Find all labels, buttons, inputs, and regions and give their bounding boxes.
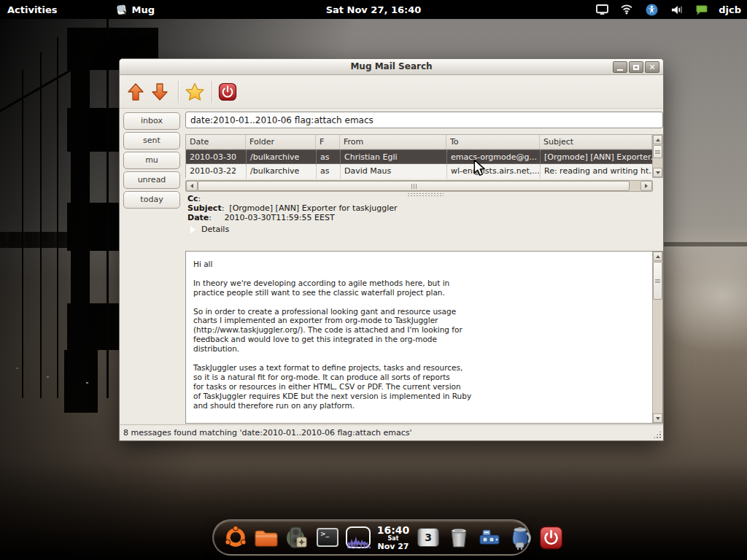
star-icon	[186, 84, 204, 101]
cell-to: emacs-orgmode@g...	[446, 150, 540, 163]
cell-subject: [Orgmode] [ANN] Exporter..	[540, 150, 652, 163]
cell-from: Christian Egli	[340, 150, 446, 163]
scroll-up-button[interactable]	[653, 135, 662, 144]
top-panel: Activities Mug Sat Nov 27, 16:40	[0, 0, 747, 19]
scroll-up-button[interactable]	[653, 252, 662, 261]
mouse-cursor	[473, 159, 486, 176]
table-row[interactable]: 2010-03-22 /bulkarchive as David Maus wl…	[186, 164, 652, 179]
column-header-to[interactable]: To	[446, 135, 540, 149]
date-label: Date	[187, 213, 209, 222]
titlebar[interactable]: Mug Mail Search ✕	[120, 59, 663, 75]
sidebar-item-sent[interactable]: sent	[123, 132, 180, 149]
calendar-day: 3	[425, 532, 432, 543]
accessibility-icon[interactable]	[644, 3, 659, 16]
kettle-icon[interactable]	[507, 523, 533, 552]
power-icon[interactable]	[538, 523, 564, 552]
scroll-right-button[interactable]	[640, 181, 652, 191]
search-input[interactable]	[185, 112, 663, 128]
scrollbar-thumb[interactable]	[653, 262, 662, 300]
subject-label: Subject	[187, 203, 222, 213]
dock-clock-time: 16:40	[376, 525, 411, 535]
sidebar-item-inbox[interactable]: inbox	[123, 112, 180, 130]
table-horizontal-scrollbar[interactable]	[185, 180, 653, 192]
dock-clock[interactable]: 16:40 Sat Nov 27	[376, 525, 411, 551]
message-body: Hi all In theory we're developing accord…	[193, 260, 631, 411]
scroll-down-button[interactable]	[653, 413, 662, 423]
activities-button[interactable]: Activities	[7, 4, 58, 15]
sidebar-item-today[interactable]: today	[123, 191, 180, 209]
table-row[interactable]: 2010-03-30 /bulkarchive as Christian Egl…	[186, 149, 652, 164]
subject-line: Subject: [Orgmode] [ANN] Exporter for ta…	[187, 203, 654, 213]
cell-folder: /bulkarchive	[246, 164, 316, 179]
app-menu[interactable]: Mug	[115, 3, 155, 16]
cell-to: wl-en@lists.airs.net,...	[446, 164, 540, 179]
volume-icon[interactable]	[669, 3, 684, 16]
close-button[interactable]: ✕	[645, 61, 659, 73]
table-vertical-scrollbar[interactable]	[652, 135, 662, 177]
cell-date: 2010-03-22	[186, 164, 246, 179]
dock-clock-day: Sat	[376, 536, 411, 542]
terminal-icon[interactable]: >_	[314, 523, 341, 552]
ubuntu-icon[interactable]	[222, 523, 249, 552]
scrollbar-thumb[interactable]	[198, 181, 630, 191]
mug-mail-search-window: Mug Mail Search ✕	[119, 58, 664, 441]
column-header-date[interactable]: Date	[186, 135, 246, 149]
star-button[interactable]	[185, 82, 205, 102]
desktop: Activities Mug Sat Nov 27, 16:40	[0, 0, 747, 560]
display-icon[interactable]	[595, 3, 609, 16]
folder-icon[interactable]	[253, 523, 279, 552]
clock-menu[interactable]: Sat Nov 27, 16:40	[326, 4, 422, 15]
toolbar-separator	[212, 81, 212, 103]
scrollbar-thumb[interactable]	[653, 145, 662, 158]
cell-flags: as	[316, 150, 340, 163]
column-header-subject[interactable]: Subject	[540, 135, 652, 149]
terminal-prompt: >_	[317, 528, 338, 547]
cc-label: Cc	[187, 194, 198, 203]
message-list: Date Folder F From To Subject 2010-03-30…	[185, 134, 663, 178]
cell-date: 2010-03-30	[186, 150, 246, 163]
message-vertical-scrollbar[interactable]	[652, 252, 662, 423]
statusbar: 8 messages found matching 'date:2010-01.…	[120, 424, 663, 440]
trash-icon[interactable]	[446, 523, 472, 552]
message-view[interactable]: Hi all In theory we're developing accord…	[185, 251, 663, 424]
cc-line: Cc:	[187, 194, 654, 203]
sidebar-item-mu[interactable]: mu	[123, 152, 180, 169]
sidebar-item-unread[interactable]: unread	[123, 171, 180, 189]
date-value: 2010-03-30T11:59:55 EEST	[224, 213, 334, 222]
mug-app-icon	[115, 3, 129, 16]
cpu-label: CPU 11%	[345, 544, 373, 550]
wifi-icon[interactable]	[619, 3, 634, 16]
details-label: Details	[201, 225, 229, 234]
scroll-left-button[interactable]	[186, 181, 198, 191]
details-expander[interactable]: Details	[190, 225, 654, 234]
minimize-icon	[617, 69, 623, 71]
column-header-folder[interactable]: Folder	[246, 135, 316, 149]
chat-icon[interactable]	[694, 3, 708, 16]
cell-flags: as	[316, 164, 340, 179]
maximize-button[interactable]	[629, 61, 643, 73]
cpu-monitor-icon[interactable]: CPU 11%	[345, 523, 371, 552]
minimize-button[interactable]	[613, 61, 627, 73]
message-headers: Cc: Subject: [Orgmode] [ANN] Exporter fo…	[187, 194, 654, 234]
scroll-down-button[interactable]	[653, 168, 662, 177]
dock-clock-date: Nov 27	[376, 542, 411, 551]
expander-triangle-icon	[190, 226, 196, 233]
message-list-header[interactable]: Date Folder F From To Subject	[186, 135, 652, 149]
date-line: Date: 2010-03-30T11:59:55 EEST	[187, 213, 654, 222]
next-button[interactable]	[150, 82, 170, 102]
workspace-device-icon[interactable]	[476, 523, 503, 552]
cell-folder: /bulkarchive	[246, 150, 316, 163]
maximize-icon	[633, 65, 639, 70]
calendar-icon[interactable]: 3	[415, 523, 441, 552]
previous-button[interactable]	[125, 82, 146, 102]
window-resize-grip[interactable]	[653, 430, 662, 439]
app-menu-label: Mug	[132, 4, 155, 15]
username-menu[interactable]: djcb	[719, 4, 741, 15]
down-arrow-icon	[152, 84, 167, 100]
window-title: Mug Mail Search	[120, 61, 663, 71]
media-icon[interactable]	[284, 523, 310, 552]
column-header-flags[interactable]: F	[316, 135, 340, 149]
column-header-from[interactable]: From	[340, 135, 446, 149]
quit-button[interactable]	[217, 82, 238, 102]
cell-subject: Re: reading and writing ht..	[540, 164, 652, 179]
